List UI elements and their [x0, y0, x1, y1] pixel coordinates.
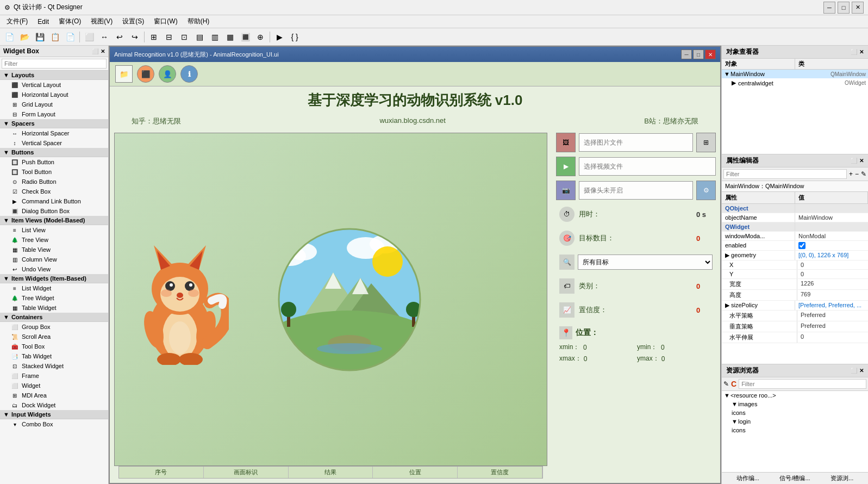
prop-row-hpolicy[interactable]: 水平策略 Preferred	[722, 311, 868, 321]
toolbar-preview[interactable]: ▶	[272, 30, 286, 44]
title-bar-controls[interactable]: ─ □ ✕	[823, 2, 864, 14]
resource-browser-float-icon[interactable]: ⬜	[851, 368, 857, 374]
wb-item-vertical-spacer[interactable]: ↕ Vertical Spacer	[0, 138, 108, 148]
prop-filter-remove-icon[interactable]: −	[855, 170, 859, 178]
wb-item-list-view[interactable]: ≡ List View	[0, 225, 108, 235]
wb-item-horizontal-layout[interactable]: ⬛ Horizontal Layout	[0, 90, 108, 100]
prop-row-height[interactable]: 高度 769	[722, 290, 868, 301]
prop-row-x[interactable]: X 0	[722, 260, 868, 270]
property-editor-float-icon[interactable]: ⬜	[851, 158, 857, 164]
menu-view[interactable]: 视图(V)	[86, 16, 117, 27]
prop-row-y[interactable]: Y 0	[722, 270, 868, 279]
wb-item-horizontal-spacer[interactable]: ↔ Horizontal Spacer	[0, 128, 108, 138]
wb-item-push-button[interactable]: 🔲 Push Button	[0, 157, 108, 167]
section-item-widgets[interactable]: ▼ Item Widgets (Item-Based)	[0, 274, 108, 283]
resource-row-root[interactable]: ▼ <resource roo...>	[722, 391, 868, 400]
minimize-button[interactable]: ─	[823, 2, 835, 14]
widget-box-filter-input[interactable]	[2, 59, 107, 69]
oi-mainwindow-toggle[interactable]: ▼	[724, 71, 730, 77]
resource-browser-close-icon[interactable]: ✕	[859, 368, 864, 374]
wb-item-mdi-area[interactable]: ⊞ MDI Area	[0, 390, 108, 400]
widget-box-close-icon[interactable]: ✕	[101, 48, 105, 54]
wb-item-list-widget[interactable]: ≡ List Widget	[0, 283, 108, 293]
toolbar-new[interactable]: 📄	[2, 30, 16, 44]
prop-filter-add-icon[interactable]: +	[849, 170, 853, 178]
wb-item-tool-button[interactable]: 🔲 Tool Button	[0, 167, 108, 177]
toolbar-widget-edit[interactable]: ⬜	[82, 30, 96, 44]
camera-icon-btn[interactable]: 📷	[556, 181, 576, 200]
toolbar-layout3[interactable]: ⊡	[177, 30, 191, 44]
resource-edit-icon[interactable]: ✎	[723, 380, 729, 388]
footer-signal-editor[interactable]: 信号/槽编...	[779, 474, 810, 482]
wb-item-table-widget[interactable]: ▦ Table Widget	[0, 303, 108, 313]
menu-file[interactable]: 文件(F)	[2, 16, 32, 27]
wb-item-grid-layout[interactable]: ⊞ Grid Layout	[0, 100, 108, 109]
app-info-button[interactable]: ℹ	[180, 65, 198, 83]
section-spacers[interactable]: ▼ Spacers	[0, 119, 108, 128]
prop-row-width[interactable]: 宽度 1226	[722, 279, 868, 290]
footer-resource-browser[interactable]: 资源浏...	[830, 474, 853, 482]
prop-filter-settings-icon[interactable]: ✎	[861, 170, 866, 178]
prop-row-hstretch[interactable]: 水平伸展 0	[722, 332, 868, 343]
select-video-input[interactable]	[579, 157, 716, 176]
object-inspector-close-icon[interactable]: ✕	[859, 49, 864, 55]
menu-help[interactable]: 帮助(H)	[183, 16, 214, 27]
wb-item-frame[interactable]: ⬜ Frame	[0, 371, 108, 381]
footer-action-editor[interactable]: 动作编...	[736, 474, 759, 482]
menu-form[interactable]: 窗体(O)	[54, 16, 85, 27]
oi-row-centralwidget[interactable]: ▶ centralwidget OWidget	[722, 78, 868, 88]
wb-item-group-box[interactable]: ⬜ Group Box	[0, 322, 108, 332]
camera-settings-btn[interactable]: ⚙	[696, 181, 716, 200]
resource-row-icons2[interactable]: icons	[722, 426, 868, 435]
toolbar-open[interactable]: 📂	[17, 30, 32, 44]
resource-root-toggle[interactable]: ▼	[724, 392, 730, 399]
prop-row-enabled[interactable]: enabled	[722, 241, 868, 251]
menu-edit[interactable]: Edit	[33, 17, 53, 27]
toolbar-layout6[interactable]: ▦	[223, 30, 237, 44]
toolbar-unknown1[interactable]: 📋	[48, 30, 62, 44]
wb-item-table-view[interactable]: ▦ Table View	[0, 245, 108, 255]
wb-item-vertical-layout[interactable]: ⬛ Vertical Layout	[0, 80, 108, 90]
maximize-button[interactable]: □	[838, 2, 850, 14]
prop-row-vpolicy[interactable]: 垂直策略 Preferred	[722, 321, 868, 332]
toolbar-unknown2[interactable]: 📄	[63, 30, 77, 44]
wb-item-dialog-button-box[interactable]: 🔳 Dialog Button Box	[0, 206, 108, 216]
resource-row-images[interactable]: ▼ images	[722, 400, 868, 408]
toolbar-layout1[interactable]: ⊞	[147, 30, 161, 44]
toolbar-layout5[interactable]: ▥	[208, 30, 222, 44]
wb-item-check-box[interactable]: ☑ Check Box	[0, 187, 108, 196]
qt-maximize-button[interactable]: □	[693, 49, 704, 59]
wb-item-tree-view[interactable]: 🌲 Tree View	[0, 235, 108, 245]
prop-row-windowmodal[interactable]: windowModa... NonModal	[722, 232, 868, 241]
qt-title-icons[interactable]: ─ □ ✕	[681, 49, 716, 59]
menu-window[interactable]: 窗口(W)	[149, 16, 182, 27]
toolbar-save[interactable]: 💾	[33, 30, 47, 44]
app-person-button[interactable]: 👤	[159, 65, 176, 83]
resource-row-login[interactable]: ▼ login	[722, 417, 868, 426]
select-video-icon-btn[interactable]: ▶	[556, 157, 576, 176]
select-image-grid-btn[interactable]: ⊞	[696, 133, 716, 152]
resource-row-icons1[interactable]: icons	[722, 408, 868, 417]
wb-item-widget[interactable]: ⬜ Widget	[0, 381, 108, 390]
widget-box-float-icon[interactable]: ⬜	[92, 48, 98, 54]
wb-item-scroll-area[interactable]: 📜 Scroll Area	[0, 332, 108, 342]
qt-minimize-button[interactable]: ─	[681, 49, 692, 59]
oi-centralwidget-toggle[interactable]: ▶	[732, 79, 738, 86]
wb-item-dock-widget[interactable]: 🗂 Dock Widget	[0, 400, 108, 410]
object-inspector-float-icon[interactable]: ⬜	[851, 49, 857, 55]
resource-login-toggle[interactable]: ▼	[732, 418, 738, 425]
toolbar-layout2[interactable]: ⊟	[162, 30, 176, 44]
toolbar-layout7[interactable]: 🔳	[238, 30, 252, 44]
prop-row-sizepolicy[interactable]: ▶ sizePolicy [Preferred, Preferred, ...	[722, 301, 868, 311]
wb-item-command-link-button[interactable]: ▶ Command Link Button	[0, 196, 108, 206]
section-buttons[interactable]: ▼ Buttons	[0, 148, 108, 157]
toolbar-layout8[interactable]: ⊕	[253, 30, 267, 44]
toolbar-redo[interactable]: ↪	[128, 30, 142, 44]
app-open-button[interactable]: 📁	[115, 65, 133, 83]
targets-dropdown[interactable]: 所有目标	[578, 255, 713, 270]
section-containers[interactable]: ▼ Containers	[0, 313, 108, 322]
wb-item-column-view[interactable]: ▥ Column View	[0, 255, 108, 264]
wb-item-tree-widget[interactable]: 🌲 Tree Widget	[0, 293, 108, 303]
wb-item-form-layout[interactable]: ⊟ Form Layout	[0, 109, 108, 119]
menu-settings[interactable]: 设置(S)	[118, 16, 148, 27]
